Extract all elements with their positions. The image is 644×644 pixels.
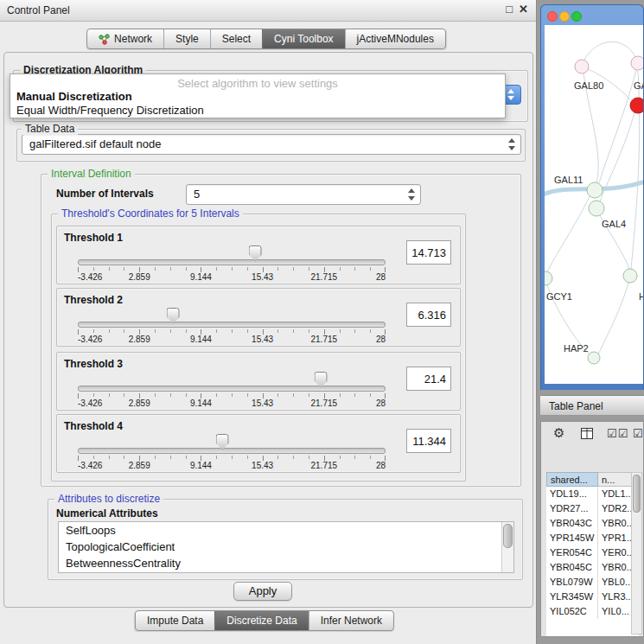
table-data-combo-value: galFiltered.sif default node [29, 137, 161, 150]
list-item[interactable]: BetweennessCentrality [59, 555, 513, 571]
function-checkboxes-icon[interactable]: ☑☑ [633, 427, 644, 440]
list-item[interactable]: SelfLoops [59, 522, 513, 539]
algorithm-option[interactable]: Manual Discretization [10, 90, 505, 104]
network-node[interactable] [587, 182, 603, 198]
table-data-combo[interactable]: galFiltered.sif default node [22, 134, 521, 155]
network-view-window[interactable]: GAL80GAGAL11GAL4GCY1HHAP2 [540, 4, 644, 390]
threshold-panel-2: Threshold 2 -3.4262.8599.14415.4321.7152… [56, 288, 461, 347]
node-label: GA [634, 80, 643, 91]
table-row[interactable]: YBL079WYBL0... [546, 575, 639, 590]
num-intervals-combo[interactable]: 5 [186, 184, 421, 205]
list-scrollbar-thumb[interactable] [503, 524, 513, 548]
tab-jactivemnodules[interactable]: jActiveMNodules [345, 29, 445, 48]
bottom-tab-infer-network[interactable]: Infer Network [309, 611, 393, 630]
column-header-shared-name[interactable]: shared... [546, 472, 598, 487]
table-cell[interactable]: YBR045C [546, 560, 598, 575]
tab-style[interactable]: Style [163, 29, 210, 48]
num-intervals-value: 5 [194, 188, 200, 201]
threshold-slider[interactable]: -3.4262.8599.14415.4321.71528 [78, 372, 386, 408]
threshold-value-input[interactable] [406, 367, 451, 391]
gear-icon[interactable]: ⚙ [553, 425, 564, 441]
threshold-label: Threshold 3 [64, 358, 123, 370]
network-node[interactable] [545, 271, 552, 285]
table-cell[interactable]: YBL079W [546, 575, 598, 590]
scale-label: 15.43 [252, 461, 273, 470]
close-button[interactable] [547, 11, 558, 22]
table-body: YDL19...YDL1...YDR27...YDR2...YBR043CYBR… [546, 487, 639, 636]
table-row[interactable]: YPR145WYPR1... [546, 531, 639, 545]
slider-track[interactable] [78, 386, 386, 392]
network-canvas[interactable]: GAL80GAGAL11GAL4GCY1HHAP2 [545, 25, 643, 384]
slider-track[interactable] [78, 322, 386, 328]
table-row[interactable]: YDR27...YDR2... [546, 501, 639, 516]
slider-ticks [78, 393, 386, 397]
table-cell[interactable]: YER054C [546, 545, 598, 560]
bottom-tab-discretize-data[interactable]: Discretize Data [214, 611, 308, 630]
numerical-attributes-list[interactable]: SelfLoopsTopologicalCoefficientBetweenne… [58, 521, 514, 573]
threshold-slider[interactable]: -3.4262.8599.14415.4321.71528 [78, 308, 386, 344]
table-row[interactable]: YBR043CYBR0... [546, 516, 639, 531]
threshold-slider[interactable]: -3.4262.8599.14415.4321.71528 [78, 434, 386, 470]
table-cell[interactable]: YPR145W [546, 531, 598, 545]
threshold-value-input[interactable] [406, 429, 451, 453]
network-node[interactable] [631, 56, 643, 70]
slider-track[interactable] [78, 259, 386, 265]
threshold-value-input[interactable] [406, 240, 451, 265]
scale-label: 15.43 [252, 399, 273, 408]
scale-label: -3.426 [78, 272, 102, 282]
select-columns-checkboxes-icon[interactable]: ☑☑ [607, 427, 628, 440]
table-scrollbar[interactable] [631, 472, 642, 634]
table-scrollbar-thumb[interactable] [633, 475, 641, 513]
threshold-value-input[interactable] [406, 303, 451, 327]
table-row[interactable]: YER054CYER0... [546, 545, 639, 560]
desktop: { "window": { "title": "Control Panel", … [0, 0, 644, 644]
table-row[interactable]: YIL052CYIL0... [546, 604, 639, 619]
network-node[interactable] [630, 98, 643, 113]
close-icon[interactable]: ✕ [519, 3, 528, 16]
columns-icon[interactable] [581, 428, 593, 439]
table-panel-header[interactable]: Table Panel [540, 395, 644, 416]
table-cell[interactable]: YDR27... [546, 501, 598, 516]
window-title: Control Panel [7, 4, 70, 16]
scale-label: 15.43 [252, 335, 273, 344]
bottom-tab-impute-data[interactable]: Impute Data [136, 611, 214, 630]
node-label: GAL11 [554, 175, 583, 185]
table-cell[interactable]: YBR043C [546, 516, 598, 531]
node-label: HAP2 [564, 343, 589, 354]
minimize-button[interactable] [559, 11, 570, 22]
scale-label: 2.859 [129, 335, 150, 344]
tab-select[interactable]: Select [210, 29, 262, 48]
tab-network[interactable]: Network [87, 29, 163, 48]
interval-definition-title: Interval Definition [48, 168, 135, 180]
zoom-button[interactable] [571, 11, 582, 22]
slider-track[interactable] [78, 448, 386, 454]
network-node[interactable] [623, 269, 637, 283]
table-cell[interactable]: YDL19... [546, 487, 598, 501]
algorithm-popup-options: Manual DiscretizationEqual Width/Frequen… [10, 90, 505, 118]
network-node[interactable] [588, 352, 600, 364]
numerical-attributes-label: Numerical Attributes [56, 507, 158, 520]
node-label: GAL4 [602, 219, 626, 229]
thresholds-group-title: Threshold's Coordinates for 5 Intervals [58, 207, 243, 220]
apply-button[interactable]: Apply [233, 582, 292, 601]
control-panel-titlebar[interactable]: Control Panel □ ✕ [0, 0, 536, 22]
network-node[interactable] [589, 201, 604, 216]
list-item[interactable]: TopologicalCoefficient [59, 539, 513, 555]
list-scrollbar[interactable] [501, 522, 513, 572]
tab-cyni-toolbox[interactable]: Cyni Toolbox [262, 29, 344, 48]
table-cell[interactable]: YIL052C [546, 604, 598, 619]
float-window-icon[interactable]: □ [506, 3, 513, 16]
network-icon [99, 34, 110, 45]
table-cell[interactable]: YLR345W [546, 590, 598, 604]
table-row[interactable]: YDL19...YDL1... [546, 487, 639, 501]
table-row[interactable]: YBR045CYBR0... [546, 560, 639, 575]
scale-label: 28 [376, 461, 386, 470]
tab-label: Impute Data [147, 615, 203, 627]
num-intervals-label: Number of Intervals [56, 188, 154, 200]
node-label: H [639, 291, 643, 302]
network-node[interactable] [575, 60, 589, 73]
algorithm-option[interactable]: Equal Width/Frequency Discretization [10, 104, 505, 118]
table-row[interactable]: YLR345WYLR3... [546, 590, 639, 604]
threshold-slider[interactable]: -3.4262.8599.14415.4321.71528 [78, 245, 386, 282]
table-header-row: shared... n... [546, 472, 639, 487]
